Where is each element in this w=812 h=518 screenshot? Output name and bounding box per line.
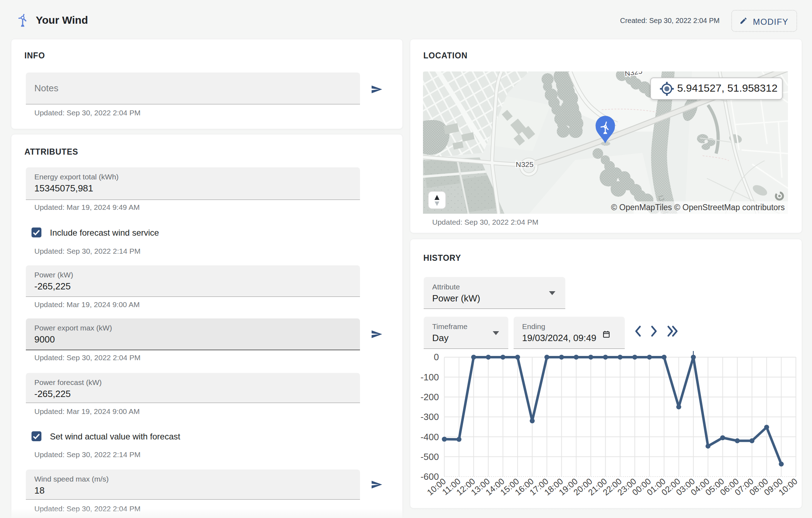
svg-text:-500: -500 bbox=[421, 451, 439, 462]
svg-text:-100: -100 bbox=[421, 372, 439, 382]
svg-text:-300: -300 bbox=[421, 411, 439, 422]
svg-text:-400: -400 bbox=[421, 432, 439, 442]
svg-text:© OpenMapTiles © OpenStreetMap: © OpenMapTiles © OpenStreetMap contribut… bbox=[611, 203, 785, 212]
svg-text:N325: N325 bbox=[516, 160, 533, 168]
svg-text:0: 0 bbox=[434, 352, 439, 362]
svg-text:-200: -200 bbox=[421, 392, 439, 402]
